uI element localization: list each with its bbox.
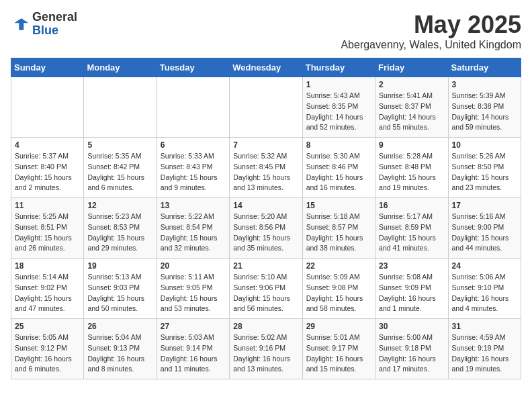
sunrise-text: Sunrise: 5:18 AM [306, 212, 360, 220]
sunset-text: Sunset: 8:59 PM [379, 223, 431, 231]
sunrise-text: Sunrise: 5:26 AM [452, 152, 506, 160]
calendar-cell: 23Sunrise: 5:08 AMSunset: 9:09 PMDayligh… [375, 259, 448, 319]
calendar-cell: 5Sunrise: 5:35 AMSunset: 8:42 PMDaylight… [84, 138, 157, 198]
day-info: Sunrise: 5:04 AMSunset: 9:13 PMDaylight:… [87, 332, 152, 375]
sunrise-text: Sunrise: 5:37 AM [15, 152, 69, 160]
day-number: 18 [15, 261, 80, 271]
weekday-header-sunday: Sunday [11, 58, 84, 77]
logo-icon [11, 15, 30, 34]
day-info: Sunrise: 5:22 AMSunset: 8:54 PMDaylight:… [161, 212, 226, 254]
day-number: 4 [15, 140, 80, 150]
daylight-text: Daylight: 16 hours and 13 minutes. [233, 355, 290, 373]
calendar-cell: 21Sunrise: 5:10 AMSunset: 9:06 PMDayligh… [230, 259, 302, 319]
daylight-text: Daylight: 15 hours and 38 minutes. [306, 234, 363, 253]
sunset-text: Sunset: 8:51 PM [15, 223, 67, 231]
day-info: Sunrise: 5:01 AMSunset: 9:17 PMDaylight:… [306, 332, 371, 375]
calendar-cell: 26Sunrise: 5:04 AMSunset: 9:13 PMDayligh… [84, 319, 157, 379]
day-info: Sunrise: 5:11 AMSunset: 9:05 PMDaylight:… [161, 272, 226, 314]
daylight-text: Daylight: 15 hours and 58 minutes. [306, 294, 363, 313]
sunset-text: Sunset: 9:06 PM [233, 283, 285, 291]
day-info: Sunrise: 5:37 AMSunset: 8:40 PMDaylight:… [15, 151, 80, 193]
sunset-text: Sunset: 9:19 PM [452, 344, 504, 352]
daylight-text: Daylight: 16 hours and 19 minutes. [452, 355, 509, 373]
day-number: 19 [87, 261, 152, 271]
day-info: Sunrise: 5:17 AMSunset: 8:59 PMDaylight:… [379, 212, 444, 254]
sunrise-text: Sunrise: 5:01 AM [306, 333, 360, 341]
sunrise-text: Sunrise: 5:13 AM [87, 273, 141, 281]
day-info: Sunrise: 4:59 AMSunset: 9:19 PMDaylight:… [452, 332, 517, 375]
month-title: May 2025 [341, 11, 521, 39]
day-number: 1 [306, 80, 371, 89]
title-block: May 2025 Abergavenny, Wales, United King… [341, 11, 521, 51]
week-row-2: 4Sunrise: 5:37 AMSunset: 8:40 PMDaylight… [11, 138, 521, 198]
daylight-text: Daylight: 15 hours and 19 minutes. [379, 173, 436, 192]
sunrise-text: Sunrise: 4:59 AM [452, 333, 506, 341]
sunset-text: Sunset: 9:09 PM [379, 283, 431, 291]
daylight-text: Daylight: 15 hours and 47 minutes. [15, 294, 72, 313]
day-info: Sunrise: 5:08 AMSunset: 9:09 PMDaylight:… [379, 272, 444, 314]
sunrise-text: Sunrise: 5:30 AM [306, 152, 360, 160]
sunset-text: Sunset: 8:48 PM [379, 163, 431, 171]
day-info: Sunrise: 5:28 AMSunset: 8:48 PMDaylight:… [379, 151, 444, 193]
sunrise-text: Sunrise: 5:28 AM [379, 152, 433, 160]
sunset-text: Sunset: 9:03 PM [87, 283, 140, 291]
daylight-text: Daylight: 15 hours and 44 minutes. [452, 234, 509, 253]
daylight-text: Daylight: 15 hours and 29 minutes. [87, 234, 144, 253]
day-number: 20 [161, 261, 226, 271]
day-info: Sunrise: 5:03 AMSunset: 9:14 PMDaylight:… [161, 332, 226, 375]
daylight-text: Daylight: 15 hours and 6 minutes. [87, 173, 144, 192]
daylight-text: Daylight: 14 hours and 52 minutes. [306, 113, 363, 132]
day-info: Sunrise: 5:39 AMSunset: 8:38 PMDaylight:… [452, 91, 517, 133]
day-info: Sunrise: 5:00 AMSunset: 9:18 PMDaylight:… [379, 332, 444, 375]
day-info: Sunrise: 5:13 AMSunset: 9:03 PMDaylight:… [87, 272, 152, 314]
daylight-text: Daylight: 15 hours and 35 minutes. [233, 234, 290, 253]
calendar-cell: 4Sunrise: 5:37 AMSunset: 8:40 PMDaylight… [11, 138, 84, 198]
logo: General Blue [11, 11, 77, 38]
sunrise-text: Sunrise: 5:35 AM [87, 152, 141, 160]
day-info: Sunrise: 5:25 AMSunset: 8:51 PMDaylight:… [15, 212, 80, 254]
calendar-cell: 30Sunrise: 5:00 AMSunset: 9:18 PMDayligh… [375, 319, 448, 379]
daylight-text: Daylight: 15 hours and 53 minutes. [161, 294, 218, 313]
day-number: 27 [161, 322, 226, 331]
sunset-text: Sunset: 8:50 PM [452, 163, 504, 171]
sunrise-text: Sunrise: 5:02 AM [233, 333, 287, 341]
day-info: Sunrise: 5:02 AMSunset: 9:16 PMDaylight:… [233, 332, 298, 375]
logo-general-text: General [32, 10, 77, 24]
sunrise-text: Sunrise: 5:05 AM [15, 333, 69, 341]
daylight-text: Daylight: 16 hours and 4 minutes. [452, 294, 509, 313]
sunset-text: Sunset: 8:35 PM [306, 102, 359, 110]
calendar-cell: 29Sunrise: 5:01 AMSunset: 9:17 PMDayligh… [302, 319, 375, 379]
day-info: Sunrise: 5:30 AMSunset: 8:46 PMDaylight:… [306, 151, 371, 193]
day-number: 13 [161, 201, 226, 210]
calendar-cell [230, 77, 302, 138]
sunrise-text: Sunrise: 5:20 AM [233, 212, 287, 220]
daylight-text: Daylight: 16 hours and 6 minutes. [15, 355, 72, 373]
sunrise-text: Sunrise: 5:43 AM [306, 91, 360, 99]
weekday-header-saturday: Saturday [448, 58, 521, 77]
week-row-1: 1Sunrise: 5:43 AMSunset: 8:35 PMDaylight… [11, 77, 521, 138]
calendar-cell: 6Sunrise: 5:33 AMSunset: 8:43 PMDaylight… [157, 138, 229, 198]
day-number: 2 [379, 80, 444, 89]
daylight-text: Daylight: 15 hours and 16 minutes. [306, 173, 363, 192]
calendar-cell: 16Sunrise: 5:17 AMSunset: 8:59 PMDayligh… [375, 198, 448, 259]
sunrise-text: Sunrise: 5:03 AM [161, 333, 214, 341]
weekday-header-row: SundayMondayTuesdayWednesdayThursdayFrid… [11, 58, 521, 77]
daylight-text: Daylight: 16 hours and 15 minutes. [306, 355, 363, 373]
day-info: Sunrise: 5:20 AMSunset: 8:56 PMDaylight:… [233, 212, 298, 254]
sunset-text: Sunset: 8:37 PM [379, 102, 431, 110]
logo-blue-text: Blue [32, 24, 58, 37]
calendar-cell: 17Sunrise: 5:16 AMSunset: 9:00 PMDayligh… [448, 198, 521, 259]
sunset-text: Sunset: 8:46 PM [306, 163, 359, 171]
daylight-text: Daylight: 16 hours and 17 minutes. [379, 355, 436, 373]
day-number: 9 [379, 140, 444, 150]
sunrise-text: Sunrise: 5:11 AM [161, 273, 214, 281]
sunset-text: Sunset: 9:02 PM [15, 283, 67, 291]
day-info: Sunrise: 5:23 AMSunset: 8:53 PMDaylight:… [87, 212, 152, 254]
week-row-4: 18Sunrise: 5:14 AMSunset: 9:02 PMDayligh… [11, 259, 521, 319]
daylight-text: Daylight: 15 hours and 2 minutes. [15, 173, 72, 192]
day-number: 8 [306, 140, 371, 150]
week-row-5: 25Sunrise: 5:05 AMSunset: 9:12 PMDayligh… [11, 319, 521, 379]
calendar-cell: 8Sunrise: 5:30 AMSunset: 8:46 PMDaylight… [302, 138, 375, 198]
day-info: Sunrise: 5:16 AMSunset: 9:00 PMDaylight:… [452, 212, 517, 254]
daylight-text: Daylight: 15 hours and 9 minutes. [161, 173, 218, 192]
